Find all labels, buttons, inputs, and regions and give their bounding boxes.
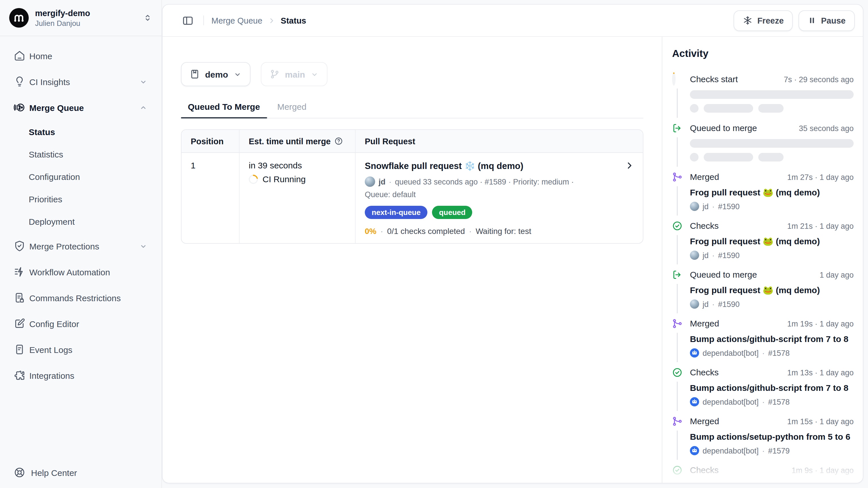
sidebar-item-merge-queue[interactable]: Merge Queue <box>7 96 155 118</box>
activity-entry-time: 1m 9s · 1 day ago <box>792 466 854 475</box>
activity-pr-title[interactable]: Frog pull request 🐸 (mq demo) <box>690 285 854 296</box>
activity-pr-block[interactable]: Bump actions/github-script from 7 to 8 d… <box>690 382 854 406</box>
activity-pr-block[interactable]: Bump actions/setup-python from 5 to 6 de… <box>690 480 854 483</box>
sidebar-item-commands-restrictions[interactable]: Commands Restrictions <box>7 287 155 309</box>
activity-entry[interactable]: Merged 1m 27s · 1 day ago Frog pull requ… <box>672 171 854 220</box>
activity-title: Activity <box>672 48 854 60</box>
activity-entry[interactable]: Merged 1m 19s · 1 day ago Bump actions/g… <box>672 318 854 367</box>
cell-pull-request[interactable]: Snowflake pull request ❄️ (mq demo) jd ·… <box>355 153 643 243</box>
sidebar-subitem-statistics[interactable]: Statistics <box>7 145 155 164</box>
sidebar-item-help-center[interactable]: Help Center <box>7 462 155 483</box>
chevron-right-icon[interactable] <box>624 161 635 171</box>
activity-author-name: dependabot[bot] <box>703 398 758 406</box>
activity-entry[interactable]: Queued to merge 1 day ago Frog pull requ… <box>672 269 854 318</box>
ci-spinner-icon <box>247 173 260 186</box>
dot-separator: · <box>762 398 765 406</box>
activity-entry-title: Queued to merge <box>690 122 757 134</box>
dot-separator: · <box>762 446 765 455</box>
git-branch-icon <box>270 69 280 79</box>
activity-pr-title[interactable]: Bump actions/setup-python from 5 to 6 <box>690 431 854 442</box>
tab-merged[interactable]: Merged <box>270 102 313 118</box>
activity-entry-time: 1 day ago <box>819 271 854 279</box>
activity-pr-number: #1578 <box>768 398 789 406</box>
activity-pr-meta: dependabot[bot] · #1578 <box>690 397 854 406</box>
sidebar-subitem-status[interactable]: Status <box>7 122 155 141</box>
spinner-icon <box>672 73 676 86</box>
sidebar-item-config-editor[interactable]: Config Editor <box>7 313 155 335</box>
repository-select[interactable]: demo <box>181 62 250 86</box>
subitem-label: Deployment <box>29 217 75 227</box>
activity-pr-title[interactable]: Bump actions/setup-python from 5 to 6 <box>690 480 854 483</box>
chevron-up-icon <box>139 103 148 112</box>
activity-entry-icon <box>672 318 682 329</box>
activity-entry-title: Checks <box>690 220 719 232</box>
sidebar-item-event-logs[interactable]: Event Logs <box>7 339 155 361</box>
activity-pr-title[interactable]: Frog pull request 🐸 (mq demo) <box>690 236 854 247</box>
sidebar-subitem-configuration[interactable]: Configuration <box>7 167 155 186</box>
activity-entry-icon <box>672 269 682 280</box>
sidebar-subitem-priorities[interactable]: Priorities <box>7 190 155 209</box>
activity-entry-time: 35 seconds ago <box>799 124 854 133</box>
dot-separator: · <box>712 202 715 211</box>
workspace-switcher[interactable]: mergify-demo Julien Danjou <box>0 0 161 36</box>
tab-queued-to-merge[interactable]: Queued To Merge <box>181 102 267 118</box>
activity-pr-block[interactable]: Frog pull request 🐸 (mq demo) jd · #1590 <box>690 236 854 260</box>
activity-pr-block[interactable]: Frog pull request 🐸 (mq demo) jd · #1590 <box>690 285 854 309</box>
sidebar-item-workflow-automation[interactable]: Workflow Automation <box>7 261 155 283</box>
freeze-button[interactable]: Freeze <box>734 10 793 31</box>
column-header-position: Position <box>182 130 239 153</box>
activity-entry-body: Queued to merge 1 day ago Frog pull requ… <box>690 269 854 309</box>
file-text-icon <box>14 344 25 355</box>
sidebar-item-ci-insights[interactable]: CI Insights <box>7 71 155 92</box>
queued-to-merge-icon <box>672 123 682 133</box>
activity-entry-icon <box>672 367 682 378</box>
puzzle-icon <box>14 370 25 381</box>
activity-entry[interactable]: Checks 1m 13s · 1 day ago Bump actions/g… <box>672 367 854 415</box>
activity-entry-icon <box>672 123 682 133</box>
activity-entry-body: Merged 1m 19s · 1 day ago Bump actions/g… <box>690 318 854 357</box>
workflow-zap-icon <box>14 266 25 278</box>
activity-entry[interactable]: Checks 1m 9s · 1 day ago Bump actions/se… <box>672 464 854 483</box>
sidebar-item-merge-protections[interactable]: Merge Protections <box>7 235 155 257</box>
pr-title[interactable]: Snowflake pull request ❄️ (mq demo) <box>365 161 618 172</box>
queue-content: demo main Queued To Merge Merged Po <box>162 37 662 483</box>
cell-position: 1 <box>182 153 239 243</box>
dot-separator: · <box>380 227 383 236</box>
activity-entry-body: Merged 1m 27s · 1 day ago Frog pull requ… <box>690 171 854 211</box>
dependabot-avatar <box>690 397 699 406</box>
sidebar-item-home[interactable]: Home <box>7 45 155 67</box>
activity-author-name: jd <box>703 251 709 260</box>
activity-pr-block[interactable]: Bump actions/github-script from 7 to 8 d… <box>690 334 854 357</box>
pr-meta-text: queued 33 seconds ago · #1589 · Priority… <box>395 177 574 186</box>
skeleton-bar <box>704 104 753 113</box>
sidebar-toggle-button[interactable] <box>180 12 196 28</box>
activity-entry[interactable]: Merged 1m 15s · 1 day ago Bump actions/s… <box>672 415 854 464</box>
help-circle-icon[interactable] <box>334 137 343 145</box>
activity-pr-number: #1578 <box>768 349 789 357</box>
workspace-owner: Julien Danjou <box>35 18 90 28</box>
activity-entry[interactable]: Queued to merge 35 seconds ago <box>672 122 854 171</box>
position-value: 1 <box>191 161 230 170</box>
chevron-down-icon <box>310 70 319 79</box>
sidebar-subitem-deployment[interactable]: Deployment <box>7 212 155 231</box>
branch-select[interactable]: main <box>261 62 328 86</box>
activity-pr-block[interactable]: Bump actions/setup-python from 5 to 6 de… <box>690 431 854 455</box>
activity-author-name: jd <box>703 300 709 308</box>
activity-entry[interactable]: Checks 1m 21s · 1 day ago Frog pull requ… <box>672 220 854 269</box>
activity-pr-number: #1590 <box>718 300 740 308</box>
activity-entry-time: 1m 27s · 1 day ago <box>787 173 854 182</box>
activity-list: Checks start 7s · 29 seconds ago Queue <box>672 74 854 483</box>
activity-pr-title[interactable]: Bump actions/github-script from 7 to 8 <box>690 382 854 394</box>
breadcrumb-section[interactable]: Merge Queue <box>211 16 262 25</box>
sidebar-item-integrations[interactable]: Integrations <box>7 365 155 386</box>
activity-pr-title[interactable]: Bump actions/github-script from 7 to 8 <box>690 334 854 345</box>
activity-entry[interactable]: Checks start 7s · 29 seconds ago <box>672 74 854 122</box>
activity-entry-body: Merged 1m 15s · 1 day ago Bump actions/s… <box>690 415 854 455</box>
pause-button[interactable]: Pause <box>799 10 855 31</box>
skeleton-bar <box>690 90 854 99</box>
workspace-name: mergify-demo <box>35 8 90 18</box>
activity-pr-block[interactable]: Frog pull request 🐸 (mq demo) jd · #1590 <box>690 187 854 211</box>
chevrons-up-down-icon <box>143 13 152 22</box>
dot-separator: · <box>389 177 392 186</box>
activity-pr-title[interactable]: Frog pull request 🐸 (mq demo) <box>690 187 854 198</box>
